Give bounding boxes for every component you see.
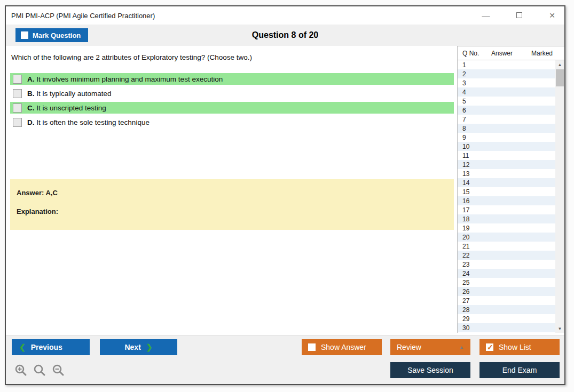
question-list-row[interactable]: 19 [458, 223, 556, 233]
question-list-scrollbar[interactable]: ▲ ▼ [555, 60, 564, 333]
zoom-reset-icon[interactable] [33, 364, 47, 378]
question-list-row[interactable]: 21 [458, 242, 556, 251]
next-button[interactable]: Next ❯ [100, 339, 177, 355]
answer-text: Answer: A,C [17, 189, 447, 197]
maximize-icon[interactable] [512, 11, 526, 20]
save-session-button[interactable]: Save Session [390, 362, 470, 378]
question-list-row[interactable]: 28 [458, 305, 556, 314]
question-list-row[interactable]: 5 [458, 97, 556, 106]
answer-option[interactable]: A. It involves minimum planning and maxi… [10, 73, 454, 85]
save-session-label: Save Session [407, 366, 453, 374]
scrollbar-thumb[interactable] [556, 69, 564, 86]
end-exam-button[interactable]: End Exam [479, 362, 560, 378]
option-checkbox[interactable] [13, 75, 22, 84]
option-text: A. It involves minimum planning and maxi… [27, 75, 223, 83]
window-title: PMI PMI-ACP (PMI Agile Certified Practit… [6, 12, 155, 20]
option-checkbox[interactable] [13, 103, 22, 113]
option-checkbox[interactable] [13, 89, 22, 98]
show-answer-label: Show Answer [321, 343, 366, 351]
dropdown-up-icon: ▲ [459, 345, 464, 350]
question-list-row[interactable]: 6 [458, 106, 556, 115]
end-exam-label: End Exam [502, 366, 537, 374]
option-text: B. It is typically automated [27, 90, 112, 98]
question-list-row[interactable]: 9 [458, 133, 556, 142]
question-list-row[interactable]: 14 [458, 178, 556, 187]
question-list-row[interactable]: 25 [458, 278, 556, 287]
show-list-label: Show List [499, 343, 531, 351]
answer-option[interactable]: C. It is unscripted testing [10, 102, 454, 114]
question-list-row[interactable]: 3 [458, 78, 556, 87]
question-list-body: 1234567891011121314151617181920212223242… [458, 60, 556, 333]
mark-question-label: Mark Question [33, 31, 81, 39]
scroll-up-icon[interactable]: ▲ [555, 60, 564, 69]
zoom-tools [14, 364, 66, 378]
question-list-row[interactable]: 29 [458, 314, 556, 323]
question-list-panel: Q No. Answer Marked 12345678910111213141… [457, 46, 564, 333]
column-qno: Q No. [462, 50, 479, 57]
show-list-button[interactable]: Show List [479, 339, 560, 355]
previous-button[interactable]: ❮ Previous [12, 339, 90, 355]
previous-label: Previous [31, 343, 62, 351]
options-list: A. It involves minimum planning and maxi… [10, 73, 454, 131]
answer-option[interactable]: B. It is typically automated [10, 87, 454, 99]
question-list-row[interactable]: 17 [458, 205, 556, 214]
question-list-row[interactable]: 24 [458, 269, 556, 278]
app-window: PMI PMI-ACP (PMI Agile Certified Practit… [5, 5, 565, 385]
next-label: Next [124, 343, 140, 351]
question-list-row[interactable]: 8 [458, 124, 556, 133]
chevron-right-icon: ❯ [146, 343, 153, 351]
question-area: Which of the following are 2 attributes … [6, 46, 457, 335]
scroll-down-icon[interactable]: ▼ [555, 324, 564, 333]
review-label: Review [397, 343, 421, 351]
question-list-row[interactable]: 13 [458, 169, 556, 178]
footer-bar: ❮ Previous Next ❯ Show Answer Review ▲ S… [6, 335, 564, 384]
mark-question-checkbox[interactable] [21, 31, 28, 39]
option-text: D. It is often the sole testing techniqu… [27, 118, 150, 126]
zoom-in-icon[interactable] [14, 364, 28, 378]
question-list-row[interactable]: 1 [458, 60, 556, 69]
question-list-row[interactable]: 30 [458, 323, 556, 332]
question-list-row[interactable]: 4 [458, 87, 556, 97]
column-answer: Answer [491, 50, 513, 57]
question-list-row[interactable]: 11 [458, 151, 556, 160]
explanation-label: Explanation: [17, 207, 447, 215]
question-list-row[interactable]: 26 [458, 287, 556, 296]
zoom-out-icon[interactable] [52, 364, 66, 378]
chevron-left-icon: ❮ [19, 343, 26, 351]
question-list-row[interactable]: 22 [458, 251, 556, 260]
question-counter: Question 8 of 20 [6, 25, 564, 46]
question-list-row[interactable]: 15 [458, 187, 556, 196]
question-list-row[interactable]: 20 [458, 233, 556, 242]
title-bar: PMI PMI-ACP (PMI Agile Certified Practit… [6, 6, 564, 25]
question-list-header: Q No. Answer Marked [458, 46, 564, 60]
question-list-row[interactable]: 16 [458, 196, 556, 205]
option-text: C. It is unscripted testing [27, 104, 106, 112]
review-button[interactable]: Review ▲ [390, 339, 470, 355]
close-icon[interactable]: ✕ [545, 11, 559, 20]
column-marked: Marked [531, 50, 553, 57]
question-list-row[interactable]: 7 [458, 115, 556, 124]
option-checkbox[interactable] [13, 118, 22, 127]
header-band: Question 8 of 20 Mark Question [6, 25, 564, 46]
question-list-row[interactable]: 27 [458, 296, 556, 305]
question-list-row[interactable]: 10 [458, 142, 556, 151]
question-list-row[interactable]: 12 [458, 160, 556, 169]
show-list-checkbox[interactable] [486, 343, 493, 351]
show-answer-checkbox[interactable] [308, 343, 316, 351]
question-text: Which of the following are 2 attributes … [11, 53, 252, 61]
minimize-icon[interactable]: — [479, 11, 493, 20]
window-controls: — ✕ [479, 6, 559, 25]
show-answer-button[interactable]: Show Answer [302, 339, 382, 355]
question-list-row[interactable]: 18 [458, 214, 556, 223]
question-list-row[interactable]: 23 [458, 260, 556, 269]
mark-question-button[interactable]: Mark Question [15, 28, 88, 42]
question-list-row[interactable]: 2 [458, 69, 556, 78]
answer-option[interactable]: D. It is often the sole testing techniqu… [10, 116, 454, 128]
answer-explanation-box: Answer: A,C Explanation: [10, 179, 454, 230]
